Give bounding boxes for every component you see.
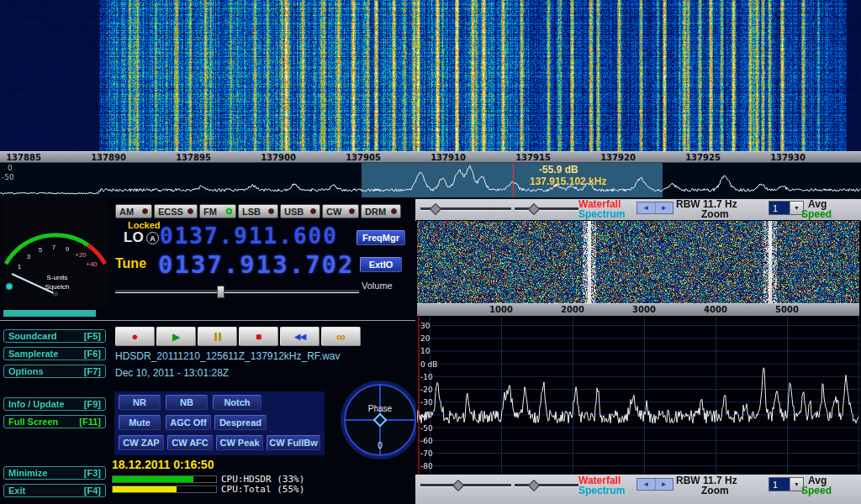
stop-icon: ■ bbox=[256, 331, 261, 343]
s-meter-tick: 1 bbox=[18, 263, 22, 270]
level-bar bbox=[3, 310, 96, 317]
cw-afc-button[interactable]: CW AFC bbox=[167, 435, 213, 450]
options-button[interactable]: Options[F7] bbox=[3, 365, 106, 378]
mode-button-usb[interactable]: USB bbox=[280, 204, 320, 218]
spectrum-label[interactable]: Spectrum bbox=[578, 208, 625, 220]
spectrum-label[interactable]: Spectrum bbox=[578, 485, 625, 496]
recording-filename: HDSDR_20111210_125611Z_137912kHz_RF.wav bbox=[115, 350, 341, 362]
bottom-scroll-arrows[interactable]: ◄ ► bbox=[637, 478, 673, 491]
soundcard-button[interactable]: Soundcard[F5] bbox=[3, 329, 106, 343]
mute-button[interactable]: Mute bbox=[119, 415, 161, 430]
menu-hotkey: [F9] bbox=[84, 399, 101, 409]
loop-button[interactable]: ∞ bbox=[321, 327, 361, 346]
mode-led-icon bbox=[188, 208, 193, 214]
audio-scale-label: 1000 bbox=[484, 305, 518, 314]
cw-zap-button[interactable]: CW ZAP bbox=[119, 435, 164, 450]
info-update-button[interactable]: Info / Update[F9] bbox=[3, 397, 106, 411]
lo-auto-badge[interactable]: A bbox=[146, 232, 159, 244]
bottom-offset-slider[interactable] bbox=[515, 484, 578, 487]
tune-frequency-display[interactable]: 0137.913.702 bbox=[158, 250, 355, 279]
fullscreen-button[interactable]: Full Screen[F11] bbox=[3, 415, 106, 428]
lo-frequency-display[interactable]: 0137.911.600 bbox=[160, 223, 338, 249]
record-button[interactable]: ● bbox=[115, 327, 155, 346]
s-meter-tick: +40 bbox=[86, 260, 98, 268]
mode-led-icon bbox=[391, 208, 397, 214]
frequency-label: 137910 bbox=[427, 153, 469, 162]
top-scroll-arrows[interactable]: ◄ ► bbox=[637, 202, 673, 214]
menu-label: Full Screen bbox=[8, 417, 58, 427]
loop-icon: ∞ bbox=[336, 329, 346, 344]
audio-scale-label: 5000 bbox=[770, 305, 804, 314]
s-meter-face bbox=[2, 200, 109, 307]
menu-label: Exit bbox=[8, 486, 25, 496]
audio-frequency-scale[interactable]: 1000 2000 3000 4000 5000 bbox=[417, 303, 859, 317]
avg-select[interactable]: 1 ▼ bbox=[769, 201, 804, 215]
mode-button-am[interactable]: AM bbox=[115, 204, 152, 218]
nb-button[interactable]: NB bbox=[166, 395, 208, 410]
nr-button[interactable]: NR bbox=[119, 395, 161, 410]
phase-value: 0 bbox=[378, 441, 383, 450]
exit-button[interactable]: Exit[F4] bbox=[3, 484, 106, 497]
cpu-bar-hdsdr bbox=[112, 475, 217, 483]
mode-button-cw[interactable]: CW bbox=[322, 204, 359, 218]
lo-label: LO bbox=[124, 229, 144, 246]
s-meter-tick: 5 bbox=[39, 246, 43, 254]
scroll-right-icon[interactable]: ► bbox=[655, 202, 673, 213]
volume-slider-thumb[interactable] bbox=[217, 286, 224, 298]
top-offset-slider[interactable] bbox=[515, 207, 578, 211]
menu-hotkey: [F3] bbox=[84, 468, 101, 478]
minimize-button[interactable]: Minimize[F3] bbox=[3, 466, 106, 480]
menu-hotkey: [F11] bbox=[79, 417, 101, 427]
audio-waterfall-display[interactable] bbox=[417, 221, 859, 303]
spectrum-axis-label: -50 bbox=[420, 424, 449, 433]
cpu-bar-fill bbox=[113, 476, 193, 482]
phase-dial[interactable]: Phase 0 bbox=[340, 380, 420, 460]
scroll-left-icon[interactable]: ◄ bbox=[637, 202, 655, 213]
stop-button[interactable]: ■ bbox=[239, 327, 278, 346]
mode-button-lsb[interactable]: LSB bbox=[238, 204, 278, 218]
main-waterfall-display[interactable] bbox=[0, 0, 861, 151]
despread-button[interactable]: Despread bbox=[214, 415, 267, 430]
audio-scale-label: 2000 bbox=[556, 305, 589, 314]
squelch-knob[interactable] bbox=[6, 283, 13, 290]
menu-label: Soundcard bbox=[8, 331, 56, 341]
avg-select[interactable]: 1 ▼ bbox=[769, 477, 804, 491]
menu-hotkey: [F4] bbox=[84, 486, 101, 496]
main-spectrum-display[interactable] bbox=[0, 163, 861, 197]
scroll-left-icon[interactable]: ◄ bbox=[637, 479, 655, 490]
rewind-button[interactable]: ◀◀ bbox=[280, 327, 320, 346]
spectrum-axis-label: 10 bbox=[420, 347, 449, 355]
cw-fullbw-button[interactable]: CW FullBw bbox=[267, 435, 320, 450]
mode-led-icon bbox=[310, 208, 316, 214]
notch-button[interactable]: Notch bbox=[213, 395, 261, 410]
play-button[interactable]: ▶ bbox=[156, 327, 196, 346]
zoom-label: Zoom bbox=[701, 485, 729, 496]
frequency-label: 137905 bbox=[342, 153, 384, 162]
divider bbox=[0, 320, 415, 321]
s-meter-units-label: S-units bbox=[47, 274, 68, 281]
frequency-scale[interactable]: 137885 137890 137895 137900 137905 13791… bbox=[0, 151, 861, 163]
scroll-right-icon[interactable]: ► bbox=[655, 479, 673, 490]
mode-button-fm[interactable]: FM bbox=[199, 204, 236, 218]
menu-label: Options bbox=[8, 366, 44, 376]
audio-spectrum-display[interactable] bbox=[417, 317, 859, 475]
frequency-label: 137925 bbox=[682, 153, 724, 162]
volume-slider[interactable] bbox=[115, 290, 359, 293]
mode-label: FM bbox=[203, 207, 217, 217]
cpu-bar-total bbox=[112, 486, 217, 493]
extio-button[interactable]: ExtIO bbox=[360, 257, 402, 272]
bottom-zoom-slider[interactable] bbox=[420, 484, 511, 487]
mode-button-ecss[interactable]: ECSS bbox=[154, 204, 198, 218]
cw-peak-button[interactable]: CW Peak bbox=[216, 435, 263, 450]
pause-button[interactable] bbox=[198, 327, 237, 346]
agc-off-button[interactable]: AGC Off bbox=[166, 415, 211, 430]
cpu-total-text: CPU:Total (55%) bbox=[221, 484, 304, 495]
freqmgr-button[interactable]: FreqMgr bbox=[357, 230, 405, 245]
cursor-db-readout: -55.9 dB bbox=[539, 164, 578, 176]
speed-label: Speed bbox=[801, 208, 832, 220]
frequency-label: 137890 bbox=[87, 153, 129, 162]
clock: 18.12.2011 0:16:50 bbox=[112, 458, 214, 471]
samplerate-button[interactable]: Samplerate[F6] bbox=[3, 347, 106, 360]
spectrum-axis-label: -30 bbox=[420, 398, 449, 407]
mode-button-drm[interactable]: DRM bbox=[361, 204, 401, 218]
